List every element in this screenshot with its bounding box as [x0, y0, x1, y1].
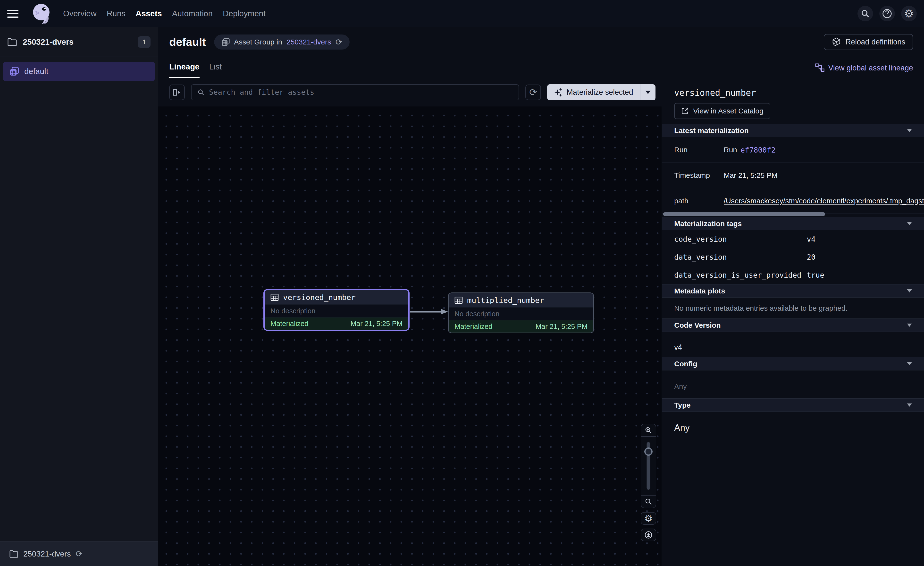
table-row: data_version_is_user_provided true — [662, 266, 924, 284]
materialize-selected-button[interactable]: Materialize selected — [547, 84, 656, 100]
sidebar-footer-label: 250321-dvers — [23, 549, 71, 558]
nav-item-runs[interactable]: Runs — [106, 6, 126, 21]
graph-settings-gear-icon[interactable]: ⚙ — [640, 512, 656, 525]
view-tabs: Lineage List — [169, 62, 222, 78]
section-heading: Code Version — [674, 321, 721, 330]
section-metadata-plots[interactable]: Metadata plots — [662, 284, 924, 298]
zoom-slider[interactable] — [641, 437, 656, 495]
table-row: Timestamp Mar 21, 5:25 PM — [662, 163, 924, 188]
refresh-icon[interactable]: ⟳ — [76, 550, 83, 558]
table-row: Run Run ef7800f2 — [662, 137, 924, 163]
horizontal-scrollbar[interactable] — [663, 212, 825, 216]
node-title: multiplied_number — [467, 296, 544, 305]
table-row: data_version 20 — [662, 248, 924, 266]
refresh-graph-icon[interactable]: ⟳ — [525, 84, 541, 100]
folder-icon — [9, 550, 18, 558]
global-lineage-label: View global asset lineage — [828, 64, 913, 72]
help-icon[interactable] — [879, 6, 895, 21]
chevron-down-icon — [907, 362, 912, 365]
badge-group-link[interactable]: 250321-dvers — [286, 38, 331, 46]
page-header: default Asset Group in 250321-dvers ⟳ Re… — [158, 27, 924, 78]
view-in-asset-catalog-button[interactable]: View in Asset Catalog — [674, 103, 770, 119]
row-label: path — [662, 188, 714, 214]
run-id-link[interactable]: ef7800f2 — [741, 146, 776, 154]
section-materialization-tags[interactable]: Materialization tags — [662, 217, 924, 230]
refresh-icon[interactable]: ⟳ — [336, 38, 342, 46]
sidebar-group-count-badge: 1 — [138, 36, 150, 48]
reload-definitions-button[interactable]: Reload definitions — [824, 34, 913, 50]
row-label: Run — [662, 137, 714, 163]
settings-gear-icon[interactable]: ⚙ — [901, 6, 917, 21]
lineage-toolbar: ⟳ Materialize selected — [158, 78, 662, 106]
section-type[interactable]: Type — [662, 398, 924, 412]
chevron-down-icon — [907, 403, 912, 406]
asset-group-badge[interactable]: Asset Group in 250321-dvers ⟳ — [214, 35, 350, 50]
section-heading: Metadata plots — [674, 287, 725, 295]
asset-group-icon — [10, 67, 19, 76]
node-timestamp: Mar 21, 5:25 PM — [351, 320, 402, 328]
asset-detail-panel: versioned_number View in Asset Catalog L… — [662, 78, 924, 566]
zoom-slider-handle[interactable] — [644, 447, 652, 456]
section-latest-materialization[interactable]: Latest materialization — [662, 124, 924, 137]
section-heading: Latest materialization — [674, 126, 749, 135]
folder-icon — [7, 38, 17, 46]
nav-item-deployment[interactable]: Deployment — [222, 6, 266, 21]
nav-item-automation[interactable]: Automation — [172, 6, 213, 21]
sidebar-item-label: default — [24, 67, 48, 76]
section-config[interactable]: Config — [662, 357, 924, 370]
search-input[interactable] — [209, 88, 513, 96]
catalog-button-label: View in Asset Catalog — [693, 107, 764, 115]
chevron-down-icon — [907, 324, 912, 327]
sidebar-group-250321-dvers[interactable]: 250321-dvers 1 — [0, 27, 158, 57]
table-row: path /Users/smackesey/stm/code/elementl/… — [662, 188, 924, 214]
reload-definitions-label: Reload definitions — [846, 38, 905, 47]
view-global-asset-lineage-link[interactable]: View global asset lineage — [815, 63, 913, 73]
sidebar-item-default[interactable]: default — [3, 62, 155, 81]
zoom-out-icon[interactable] — [641, 495, 656, 508]
node-status: Materialized — [454, 322, 492, 331]
lineage-graph-icon — [815, 63, 825, 73]
section-code-version[interactable]: Code Version — [662, 318, 924, 332]
section-heading: Type — [674, 401, 691, 409]
tag-key: data_version_is_user_provided — [662, 266, 798, 284]
sidebar: 250321-dvers 1 default 250321-dvers ⟳ — [0, 27, 158, 566]
type-value: Any — [674, 423, 690, 433]
external-link-icon — [681, 107, 689, 115]
section-heading: Config — [674, 360, 697, 368]
chevron-down-icon — [907, 289, 912, 292]
lineage-edge-arrow — [410, 309, 448, 315]
asset-node-versioned-number[interactable]: versioned_number No description Material… — [263, 289, 410, 331]
tab-list[interactable]: List — [209, 62, 222, 78]
node-title: versioned_number — [283, 293, 356, 302]
navbar-actions: ⚙ — [858, 6, 917, 21]
zoom-in-icon[interactable] — [641, 424, 656, 437]
node-description: No description — [265, 304, 408, 318]
table-icon — [454, 297, 463, 304]
tag-value: 20 — [798, 248, 924, 266]
section-heading: Materialization tags — [674, 220, 742, 228]
expand-panel-icon[interactable] — [169, 84, 185, 100]
nav-item-overview[interactable]: Overview — [63, 6, 97, 21]
dagster-logo-icon[interactable] — [29, 1, 54, 26]
nav-item-assets[interactable]: Assets — [135, 6, 162, 21]
sidebar-footer-code-location[interactable]: 250321-dvers ⟳ — [0, 542, 158, 566]
asset-group-icon — [221, 38, 230, 46]
reload-cube-icon — [831, 37, 841, 47]
asset-node-multiplied-number[interactable]: multiplied_number No description Materia… — [448, 292, 594, 333]
download-graph-icon[interactable] — [640, 528, 656, 541]
materialization-tags-table: code_version v4 data_version 20 data_ver… — [662, 230, 924, 284]
menu-icon[interactable] — [7, 6, 23, 22]
top-navbar: Overview Runs Assets Automation Deployme… — [0, 0, 924, 27]
node-timestamp: Mar 21, 5:25 PM — [536, 322, 588, 331]
asset-search[interactable] — [191, 84, 519, 100]
path-link[interactable]: /Users/smackesey/stm/code/elementl/exper… — [724, 197, 924, 205]
materialize-dropdown-caret[interactable] — [640, 84, 656, 100]
search-icon[interactable] — [858, 6, 873, 21]
lineage-graph-canvas[interactable]: versioned_number No description Material… — [158, 106, 662, 566]
tab-lineage[interactable]: Lineage — [169, 62, 200, 78]
code-version-value: v4 — [674, 343, 682, 352]
badge-prefix: Asset Group in — [234, 38, 282, 46]
chevron-down-icon — [907, 222, 912, 225]
sidebar-group-name: 250321-dvers — [23, 38, 74, 47]
run-prefix: Run — [724, 146, 737, 154]
